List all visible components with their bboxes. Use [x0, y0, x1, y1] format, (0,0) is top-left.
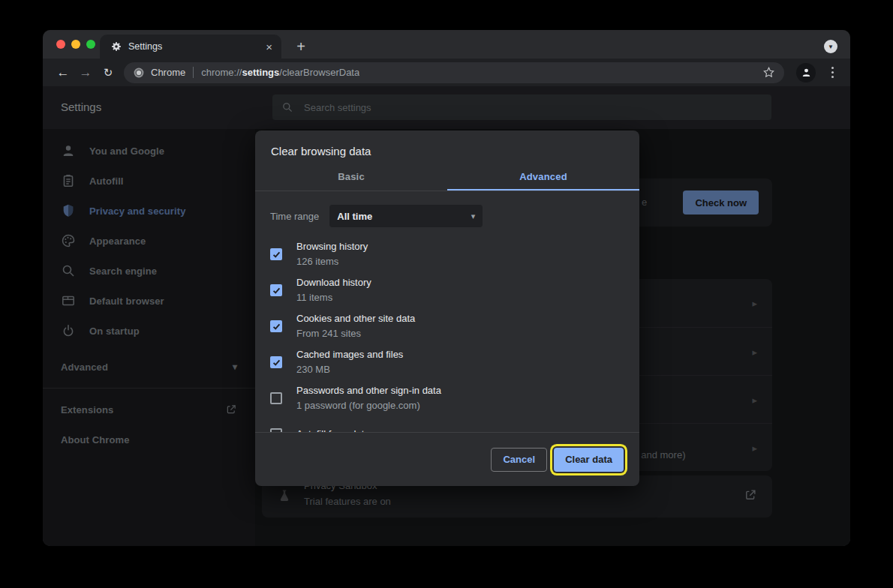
site-label: Chrome [151, 67, 185, 78]
tab-basic[interactable]: Basic [255, 163, 447, 190]
row-download-history[interactable]: Download history 11 items [255, 272, 639, 308]
forward-button[interactable]: → [74, 62, 97, 83]
toolbar: ← → ↻ Chrome chrome://settings/clearBrow… [43, 58, 850, 86]
gear-icon [111, 41, 122, 52]
chrome-logo-icon [133, 67, 145, 79]
url-text: chrome://settings/clearBrowserData [201, 67, 359, 78]
checkbox-checked[interactable] [270, 356, 282, 368]
tab-title: Settings [128, 41, 266, 52]
zoom-window-button[interactable] [86, 40, 95, 49]
time-range-label: Time range [270, 211, 319, 222]
row-autofill-form-data[interactable]: Autofill form data [255, 416, 639, 433]
dialog-footer: Cancel Clear data [255, 433, 639, 486]
row-cached-images[interactable]: Cached images and files 230 MB [255, 344, 639, 380]
minimize-window-button[interactable] [71, 40, 80, 49]
time-range-row: Time range All time ▾ [270, 205, 624, 227]
time-range-select[interactable]: All time ▾ [329, 205, 483, 227]
traffic-lights [56, 40, 95, 49]
row-cookies[interactable]: Cookies and other site data From 241 sit… [255, 308, 639, 344]
tab-settings[interactable]: Settings × [100, 34, 281, 58]
page-content: Settings You and [43, 86, 850, 546]
profile-avatar[interactable] [796, 63, 816, 82]
back-button[interactable]: ← [52, 62, 74, 83]
clear-browsing-data-dialog: Clear browsing data Basic Advanced Time … [255, 130, 639, 486]
row-browsing-history[interactable]: Browsing history 126 items [255, 236, 639, 272]
dialog-title: Clear browsing data [255, 130, 639, 163]
browser-menu-button[interactable] [823, 67, 841, 78]
dialog-tabs: Basic Advanced [255, 163, 639, 191]
clear-data-button[interactable]: Clear data [554, 448, 624, 472]
omnibox-divider [193, 67, 194, 78]
tab-close-icon[interactable]: × [266, 41, 272, 52]
row-passwords[interactable]: Passwords and other sign-in data 1 passw… [255, 380, 639, 416]
clear-data-list: Browsing history 126 items Download hist… [255, 236, 639, 433]
tab-search-button[interactable]: ▼ [824, 40, 837, 53]
tab-advanced[interactable]: Advanced [447, 163, 639, 190]
titlebar: Settings × + ▼ [43, 30, 850, 58]
time-range-value: All time [337, 211, 372, 222]
checkbox-checked[interactable] [270, 284, 282, 296]
checkbox-checked[interactable] [270, 320, 282, 332]
checkbox-unchecked[interactable] [270, 392, 282, 404]
chevron-down-icon: ▾ [471, 212, 476, 221]
cancel-button[interactable]: Cancel [491, 448, 547, 472]
reload-button[interactable]: ↻ [97, 62, 119, 83]
bookmark-star-icon[interactable] [762, 66, 775, 79]
close-window-button[interactable] [56, 40, 65, 49]
omnibox[interactable]: Chrome chrome://settings/clearBrowserDat… [124, 62, 784, 83]
new-tab-button[interactable]: + [290, 36, 311, 57]
browser-window: Settings × + ▼ ← → ↻ Chrome chrome://set… [43, 30, 850, 546]
checkbox-checked[interactable] [270, 248, 282, 260]
